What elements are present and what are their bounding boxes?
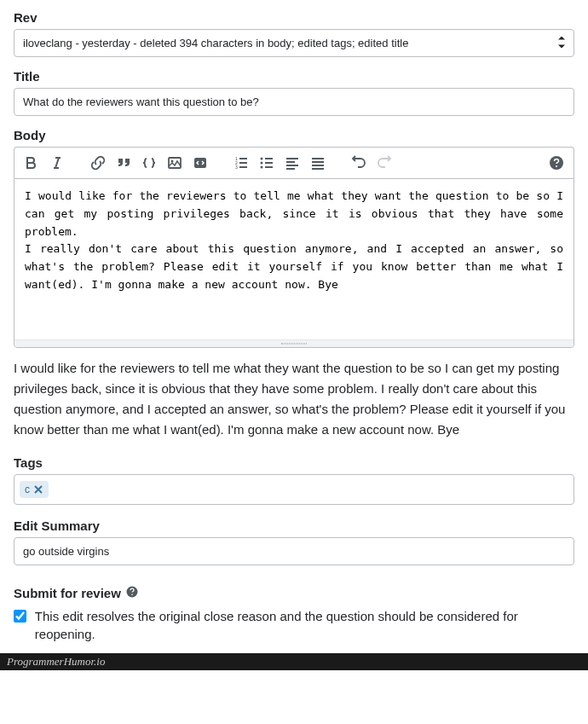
unordered-list-icon[interactable]: [257, 153, 277, 173]
resize-handle[interactable]: [14, 339, 574, 347]
italic-icon[interactable]: [47, 153, 67, 173]
body-textarea[interactable]: [14, 179, 574, 337]
reopen-checkbox-row[interactable]: This edit resolves the original close re…: [14, 607, 574, 643]
svg-text:3: 3: [235, 165, 238, 170]
submit-label: Submit for review: [14, 586, 121, 600]
code-icon[interactable]: [139, 153, 159, 173]
image-icon[interactable]: [164, 153, 185, 173]
body-label: Body: [14, 128, 574, 142]
svg-point-12: [131, 594, 133, 595]
align-left-icon[interactable]: [282, 153, 303, 173]
snippet-icon[interactable]: [190, 153, 210, 173]
redo-icon[interactable]: [374, 153, 395, 173]
reopen-checkbox-label: This edit resolves the original close re…: [35, 607, 574, 643]
body-preview: I would like for the reviewers to tell m…: [14, 358, 574, 440]
tag-text: c: [25, 484, 30, 495]
help-icon[interactable]: [546, 153, 567, 173]
tags-input[interactable]: c: [14, 474, 574, 505]
undo-icon[interactable]: [349, 153, 369, 173]
editor-toolbar: 123: [14, 147, 574, 178]
title-input[interactable]: [14, 88, 574, 116]
title-label: Title: [14, 69, 574, 84]
svg-point-7: [261, 162, 263, 165]
edit-summary-input[interactable]: [14, 537, 574, 565]
ordered-list-icon[interactable]: 123: [231, 153, 251, 173]
svg-point-10: [556, 165, 557, 167]
footer-watermark: ProgrammerHumor.io: [0, 653, 588, 670]
help-icon[interactable]: [126, 586, 138, 600]
reopen-checkbox[interactable]: [14, 610, 26, 623]
edit-summary-label: Edit Summary: [14, 518, 574, 533]
quote-icon[interactable]: [113, 153, 134, 173]
link-icon[interactable]: [88, 153, 108, 173]
tag-item[interactable]: c: [20, 481, 49, 498]
rev-label: Rev: [14, 10, 574, 25]
svg-point-6: [261, 158, 263, 160]
svg-point-8: [261, 166, 263, 169]
tags-label: Tags: [14, 455, 574, 470]
align-justify-icon[interactable]: [308, 153, 328, 173]
rev-select[interactable]: iloveclang - yesterday - deleted 394 cha…: [14, 29, 574, 57]
tag-remove-icon[interactable]: [33, 484, 43, 495]
bold-icon[interactable]: [21, 153, 42, 173]
